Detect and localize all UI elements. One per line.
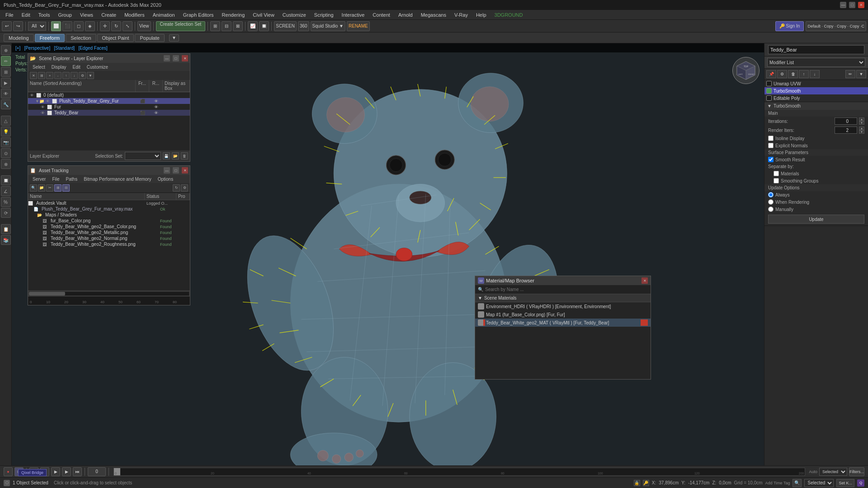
se-save-set[interactable]: 💾: [163, 152, 170, 160]
viewport-plus[interactable]: [+]: [15, 46, 20, 51]
menu-animation[interactable]: Animation: [149, 11, 179, 19]
viewport-edged-faces[interactable]: [Edged Faces]: [78, 46, 107, 51]
motion-panel-icon[interactable]: ▶: [1, 78, 11, 88]
menu-interactive[interactable]: Interactive: [338, 11, 368, 19]
spinner-snap-icon[interactable]: ⟳: [1, 208, 11, 218]
scale-tool[interactable]: ⤡: [123, 21, 132, 31]
modeling-mode[interactable]: Modeling: [4, 34, 34, 42]
undo-button[interactable]: ↩: [2, 21, 12, 31]
scene-explorer-close[interactable]: ✕: [182, 55, 188, 61]
ts-iterations-input[interactable]: [835, 117, 857, 125]
se-delete-set[interactable]: 🗑: [181, 152, 188, 160]
auto-key-button[interactable]: ●: [4, 467, 13, 476]
at-row-maps[interactable]: 📂 Maps / Shaders: [28, 212, 190, 218]
se-load-set[interactable]: 📂: [172, 152, 179, 160]
object-paint-mode[interactable]: Object Paint: [97, 34, 134, 42]
at-row-bear-metallic[interactable]: 🖼 Teddy_Bear_White_geo2_Metallic.png Fou…: [28, 230, 190, 235]
at-menu-server[interactable]: Server: [30, 176, 48, 182]
close-button[interactable]: ✕: [858, 2, 864, 8]
se-menu-customize[interactable]: Customize: [84, 64, 111, 70]
search-icon-status[interactable]: 🔍: [793, 479, 802, 487]
select-tool[interactable]: ⬜: [51, 21, 61, 31]
menu-tools[interactable]: Tools: [35, 11, 54, 19]
at-row-vault[interactable]: ⬜ Autodesk Vault Logged O...: [28, 200, 190, 206]
scene-explorer-titlebar[interactable]: 📂 Scene Explorer - Layer Explorer — □ ✕: [28, 54, 190, 63]
selection-mode[interactable]: Selection: [66, 34, 96, 42]
studio-select[interactable]: Squid Studio ▼: [311, 21, 345, 31]
mat-browser-titlebar[interactable]: M Material/Map Browser ✕: [475, 276, 651, 285]
ts-smooth-checkbox[interactable]: [768, 157, 774, 162]
hierarchy-panel-icon[interactable]: ⊞: [1, 67, 11, 77]
se-select-filter[interactable]: ⊞: [38, 72, 45, 79]
mode-extra[interactable]: ▼: [169, 34, 179, 42]
ts-render-down[interactable]: ▼: [859, 130, 864, 134]
menu-modifiers[interactable]: Modifiers: [121, 11, 148, 19]
menu-edit[interactable]: Edit: [18, 11, 34, 19]
mat-row-map1[interactable]: Map #1 (fur_Base_Color.png) [Fur, Fur]: [475, 310, 651, 319]
se-name-fur[interactable]: Fur: [53, 104, 136, 109]
layer-manager-icon[interactable]: 📚: [1, 235, 11, 245]
align-tool[interactable]: ⊟: [222, 21, 231, 31]
object-name-input[interactable]: [768, 45, 864, 54]
move-tool[interactable]: ✛: [100, 21, 110, 31]
asset-tracking-titlebar[interactable]: 📋 Asset Tracking — □ ✕: [28, 166, 190, 175]
lasso-select[interactable]: ◻: [74, 21, 84, 31]
schematic-view[interactable]: 🔲: [259, 21, 269, 31]
se-more[interactable]: ▼: [87, 72, 94, 79]
menu-3dground[interactable]: 3DGROUND: [491, 11, 527, 19]
at-menu-paths[interactable]: Paths: [63, 176, 80, 182]
modifier-unwrap-uvw[interactable]: Unwrap UVW: [764, 80, 868, 87]
ts-manually-radio[interactable]: [768, 206, 774, 212]
modifier-list-dropdown[interactable]: Modifier List: [767, 58, 865, 67]
create-shapes-icon[interactable]: △: [1, 116, 11, 126]
create-lights-icon[interactable]: 💡: [1, 127, 11, 136]
at-reload[interactable]: ↻: [173, 184, 180, 192]
menu-content[interactable]: Content: [369, 11, 394, 19]
se-menu-edit[interactable]: Edit: [70, 64, 83, 70]
create-panel-icon[interactable]: ⊕: [1, 45, 11, 55]
modifier-turbosmooth[interactable]: TurboSmooth: [764, 87, 868, 94]
populate-mode[interactable]: Populate: [135, 34, 164, 42]
create-systems-icon[interactable]: ⊗: [1, 159, 11, 169]
screen-mode[interactable]: SCREEN: [274, 21, 297, 31]
display-panel-icon[interactable]: 👁: [1, 89, 11, 99]
at-settings[interactable]: ⚙: [181, 184, 188, 192]
play-button[interactable]: ▶: [51, 467, 60, 476]
mat-row-env[interactable]: Environment_HDRI ( VRayHDRI ) [Environme…: [475, 302, 651, 310]
se-close-tb[interactable]: ✕: [30, 72, 37, 79]
selection-set-dropdown[interactable]: [125, 152, 161, 160]
at-resolve[interactable]: 🔍: [30, 184, 37, 192]
main-viewport[interactable]: [+] [Perspective] [Standard] [Edged Face…: [12, 43, 764, 465]
menu-group[interactable]: Group: [54, 11, 75, 19]
array-tool[interactable]: ⊠: [233, 21, 243, 31]
mat-browser-content[interactable]: Environment_HDRI ( VRayHDRI ) [Environme…: [475, 302, 651, 379]
mat-browser-close[interactable]: ✕: [642, 277, 648, 284]
angle-snap-icon[interactable]: ∠: [1, 186, 11, 196]
minimize-button[interactable]: —: [840, 2, 846, 8]
at-minimize[interactable]: —: [164, 167, 170, 174]
mat-section-header[interactable]: ▼ Scene Materials: [475, 294, 651, 302]
se-row-fur[interactable]: 👁 ⬜ Fur 👁: [28, 104, 190, 110]
se-menu-display[interactable]: Display: [49, 64, 69, 70]
sign-in-button[interactable]: 🔑 Sign In: [775, 21, 804, 31]
percent-snap-icon[interactable]: %: [1, 197, 11, 207]
play-fwd-button[interactable]: ⏭: [73, 467, 82, 476]
mod-move-down-button[interactable]: ↓: [810, 70, 820, 78]
ts-iter-up[interactable]: ▲: [859, 117, 864, 121]
se-delete-layer[interactable]: -: [54, 72, 61, 79]
key-filters-button[interactable]: Filters...: [849, 467, 864, 476]
select-region[interactable]: ⬛: [62, 21, 72, 31]
menu-rendering[interactable]: Rendering: [218, 11, 249, 19]
ts-update-button[interactable]: Update: [768, 215, 864, 224]
at-row-bear-rough[interactable]: 🖼 Teddy_Bear_White_geo2_Roughness.png Fo…: [28, 241, 190, 247]
timeline-scrubber[interactable]: 0 20 40 60 80 100 120 200: [113, 468, 805, 476]
ts-rendering-radio[interactable]: [768, 199, 774, 205]
at-set-path[interactable]: 📁: [38, 184, 45, 192]
mod-configure-button[interactable]: ⚙: [777, 70, 787, 78]
edit-named-sets-icon[interactable]: 📋: [1, 224, 11, 234]
ts-render-iters-input[interactable]: [835, 127, 857, 134]
ts-explicit-checkbox[interactable]: [768, 143, 774, 148]
menu-customize[interactable]: Customize: [279, 11, 310, 19]
paint-select[interactable]: ◈: [85, 21, 95, 31]
selected-filter-select[interactable]: Selected: [804, 479, 834, 487]
